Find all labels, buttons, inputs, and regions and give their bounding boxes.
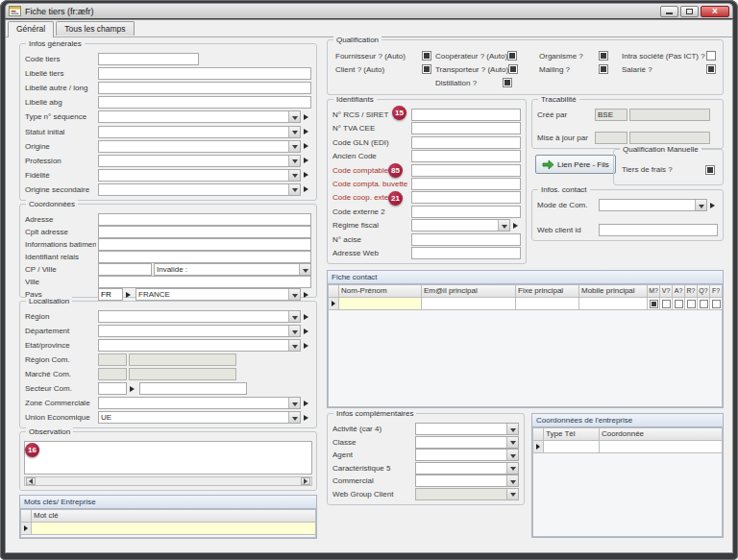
libelle-abg-input[interactable] bbox=[98, 96, 311, 109]
chevron-down-icon[interactable] bbox=[288, 184, 300, 195]
detail-arrow-icon[interactable] bbox=[304, 329, 311, 334]
flag-r-checkbox[interactable] bbox=[687, 300, 696, 308]
minimize-button[interactable] bbox=[660, 6, 678, 17]
chevron-down-icon[interactable] bbox=[506, 463, 518, 474]
mot-cle-cell[interactable] bbox=[32, 523, 316, 535]
detail-arrow-icon[interactable] bbox=[304, 186, 311, 192]
etat-province-combo[interactable] bbox=[98, 339, 301, 352]
type-no-sequence-combo[interactable] bbox=[98, 110, 301, 123]
lien-pere-fils-button[interactable]: Lien Père - Fils bbox=[535, 155, 616, 174]
tab-general[interactable]: Général bbox=[8, 21, 54, 37]
detail-arrow-icon[interactable] bbox=[304, 114, 311, 120]
detail-arrow-icon[interactable] bbox=[126, 292, 134, 298]
flag-a-checkbox[interactable] bbox=[675, 300, 683, 308]
salarie-checkbox[interactable] bbox=[706, 64, 716, 74]
detail-arrow-icon[interactable] bbox=[304, 415, 311, 421]
flag-f-checkbox[interactable] bbox=[712, 300, 721, 308]
origine-combo[interactable] bbox=[98, 140, 301, 153]
scroll-left-button[interactable] bbox=[26, 477, 36, 485]
departement-combo[interactable] bbox=[98, 325, 301, 337]
scroll-right-button[interactable] bbox=[301, 477, 310, 485]
caracteristique-5-combo[interactable] bbox=[415, 462, 519, 475]
coordonnee-cell[interactable] bbox=[600, 441, 723, 453]
intra-societe-checkbox[interactable] bbox=[706, 51, 716, 61]
chevron-down-icon[interactable] bbox=[506, 450, 518, 460]
row-indicator[interactable] bbox=[329, 298, 339, 310]
client-checkbox[interactable] bbox=[422, 64, 431, 74]
origine-secondaire-combo[interactable] bbox=[98, 183, 301, 196]
chevron-down-icon[interactable] bbox=[288, 311, 300, 322]
ancien-code-input[interactable] bbox=[411, 150, 521, 162]
chevron-down-icon[interactable] bbox=[288, 398, 300, 408]
libelle-autre-long-input[interactable] bbox=[98, 82, 311, 94]
identifiant-relais-input[interactable] bbox=[98, 251, 311, 263]
chevron-down-icon[interactable] bbox=[506, 475, 518, 486]
row-indicator[interactable] bbox=[21, 523, 32, 535]
detail-arrow-icon[interactable] bbox=[304, 314, 311, 320]
secteur-com-code-input[interactable] bbox=[98, 382, 127, 395]
close-button[interactable] bbox=[701, 6, 729, 17]
code-externe-2-input[interactable] bbox=[411, 206, 521, 218]
organisme-checkbox[interactable] bbox=[599, 51, 608, 61]
chevron-down-icon[interactable] bbox=[288, 111, 300, 122]
detail-arrow-icon[interactable] bbox=[513, 223, 521, 229]
flag-q-checkbox[interactable] bbox=[700, 300, 708, 308]
flag-m-checkbox[interactable] bbox=[650, 300, 658, 308]
fixe-principal-cell[interactable] bbox=[516, 298, 579, 310]
tiers-de-frais-checkbox[interactable] bbox=[705, 165, 715, 175]
chevron-down-icon[interactable] bbox=[506, 424, 518, 434]
maximize-button[interactable] bbox=[680, 6, 699, 17]
code-coop-externe-input[interactable] bbox=[411, 191, 521, 204]
observation-textarea[interactable] bbox=[24, 441, 312, 475]
chevron-down-icon[interactable] bbox=[288, 412, 300, 423]
no-acise-input[interactable] bbox=[411, 233, 521, 246]
code-tiers-input[interactable] bbox=[98, 53, 199, 65]
mailing-checkbox[interactable] bbox=[599, 64, 608, 74]
fournisseur-checkbox[interactable] bbox=[422, 51, 431, 61]
regime-fiscal-combo[interactable] bbox=[411, 219, 510, 231]
agent-combo[interactable] bbox=[415, 449, 519, 461]
detail-arrow-icon[interactable] bbox=[304, 343, 311, 349]
tab-tous-les-champs[interactable]: Tous les champs bbox=[56, 21, 134, 36]
detail-arrow-icon[interactable] bbox=[304, 172, 311, 178]
detail-arrow-icon[interactable] bbox=[304, 401, 311, 406]
libelle-tiers-input[interactable] bbox=[98, 67, 311, 80]
flag-v-checkbox[interactable] bbox=[662, 300, 671, 308]
ville-input[interactable] bbox=[98, 276, 311, 288]
detail-arrow-icon[interactable] bbox=[130, 386, 137, 392]
type-tel-cell[interactable] bbox=[544, 441, 600, 453]
tva-cee-input[interactable] bbox=[411, 122, 521, 134]
activite-combo[interactable] bbox=[415, 423, 519, 435]
horizontal-scrollbar[interactable] bbox=[24, 476, 312, 486]
chevron-down-icon[interactable] bbox=[288, 141, 300, 152]
distillation-checkbox[interactable] bbox=[503, 78, 512, 87]
rcs-siret-input[interactable] bbox=[411, 109, 521, 121]
nom-prenom-cell[interactable] bbox=[339, 298, 422, 310]
classe-combo[interactable] bbox=[415, 436, 519, 449]
secteur-com-input[interactable] bbox=[139, 382, 247, 395]
pays-combo[interactable]: FRANCE bbox=[135, 288, 301, 301]
region-combo[interactable] bbox=[98, 310, 301, 323]
fidelite-combo[interactable] bbox=[98, 169, 301, 182]
code-comptable-ext-input[interactable] bbox=[411, 164, 521, 177]
chevron-down-icon[interactable] bbox=[288, 170, 300, 181]
detail-arrow-icon[interactable] bbox=[710, 203, 718, 208]
adresse-input[interactable] bbox=[98, 213, 311, 226]
mode-de-com-combo[interactable] bbox=[599, 199, 707, 211]
chevron-down-icon[interactable] bbox=[288, 156, 300, 166]
transporteur-checkbox[interactable] bbox=[508, 64, 518, 74]
statut-initial-combo[interactable] bbox=[98, 126, 301, 138]
chevron-down-icon[interactable] bbox=[695, 200, 706, 210]
detail-arrow-icon[interactable] bbox=[304, 129, 311, 134]
adresse-web-input[interactable] bbox=[411, 247, 521, 259]
detail-arrow-icon[interactable] bbox=[304, 143, 311, 149]
chevron-down-icon[interactable] bbox=[288, 289, 300, 300]
chevron-down-icon[interactable] bbox=[288, 326, 300, 336]
zone-commerciale-combo[interactable] bbox=[98, 397, 301, 409]
commercial-combo[interactable] bbox=[415, 475, 519, 487]
cooperateur-checkbox[interactable] bbox=[507, 51, 517, 61]
cp-ville-combo[interactable]: Invalide : bbox=[154, 263, 311, 276]
informations-batiment-input[interactable] bbox=[98, 238, 311, 251]
profession-combo[interactable] bbox=[98, 155, 301, 167]
chevron-down-icon[interactable] bbox=[288, 127, 300, 137]
